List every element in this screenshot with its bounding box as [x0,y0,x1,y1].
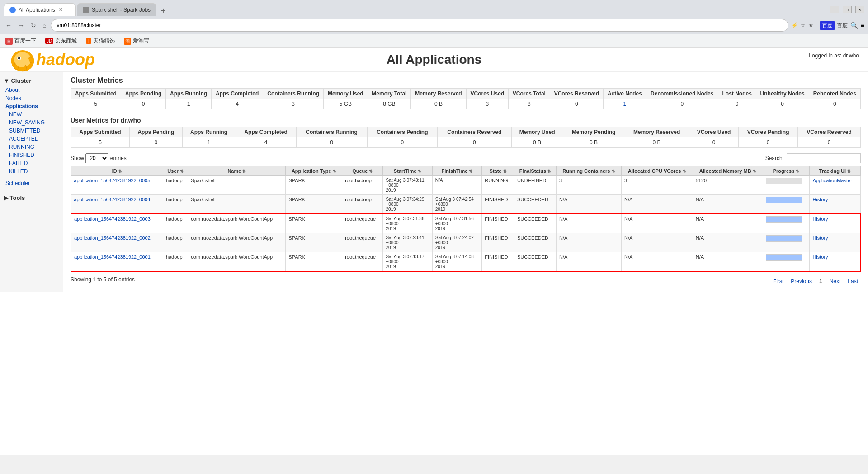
minimize-button[interactable]: — [830,6,839,13]
app-id-link[interactable]: application_1564742381922_0003 [74,216,151,222]
sidebar-link-new-saving[interactable]: NEW_SAVING [9,119,45,126]
sidebar-tools-header[interactable]: ▶ Tools [0,193,63,203]
pagination-last[interactable]: Last [845,277,861,285]
sidebar-item-accepted[interactable]: ACCEPTED [0,135,63,143]
sidebar-link-nodes[interactable]: Nodes [5,95,21,101]
cell-start-time: Sat Aug 3 07:13:17 +08002019 [383,252,432,272]
tab-all-applications[interactable]: All Applications ✕ [4,3,76,16]
progress-bar [766,254,802,261]
tab-close-1[interactable]: ✕ [59,7,63,13]
sidebar-item-running[interactable]: RUNNING [0,143,63,151]
sidebar-link-finished[interactable]: FINISHED [9,152,34,158]
show-entries-control: Show 20 50 100 entries [71,153,127,163]
cell-queue: root.hadoop [342,176,383,195]
th-progress[interactable]: Progress ⇅ [763,166,810,176]
cell-name: com.ruozedata.spark.WordCountApp [188,233,286,252]
sidebar-link-failed[interactable]: FAILED [9,160,28,166]
cm-header-memory-total: Memory Total [368,89,411,99]
th-state[interactable]: State ⇅ [482,166,514,176]
close-button[interactable]: ✕ [855,6,864,13]
th-name[interactable]: Name ⇅ [188,166,286,176]
pagination-current[interactable]: 1 [816,277,825,285]
new-tab-button[interactable]: + [157,6,170,16]
sidebar-link-about[interactable]: About [5,87,19,93]
tab-spark-jobs[interactable]: Spark shell - Spark Jobs [77,3,156,16]
um-vcores-used: 0 [689,137,738,148]
th-user[interactable]: User ⇅ [163,166,188,176]
pagination-previous[interactable]: Previous [788,277,815,285]
th-start-time[interactable]: StartTime ⇅ [383,166,432,176]
sidebar-link-killed[interactable]: KILLED [9,168,28,175]
sidebar-item-new-saving[interactable]: NEW_SAVING [0,118,63,127]
sort-progress-icon: ⇅ [796,169,799,174]
bookmark-baidu[interactable]: 百 百度一下 [4,36,38,46]
sidebar-link-submitted[interactable]: SUBMITTED [9,128,40,134]
tracking-ui-link[interactable]: History [812,235,828,241]
sidebar-item-new[interactable]: NEW [0,110,63,118]
th-queue[interactable]: Queue ⇅ [342,166,383,176]
address-input[interactable] [51,19,788,32]
th-final-status[interactable]: FinalStatus ⇅ [514,166,556,176]
active-nodes-link[interactable]: 1 [623,101,627,107]
sidebar-item-failed[interactable]: FAILED [0,159,63,167]
sidebar-cluster-header[interactable]: ▼ Cluster [0,76,63,86]
app-id-link[interactable]: application_1564742381922_0005 [74,178,151,183]
cell-allocated-mem: N/A [693,214,763,233]
cell-user: hadoop [163,252,188,272]
pagination-first[interactable]: First [770,277,786,285]
main-layout: ▼ Cluster About Nodes Applications NEW N… [0,72,868,292]
app-id-link[interactable]: application_1564742381922_0004 [74,197,151,202]
bookmark-icon-tmall: T [86,38,91,44]
sidebar-item-nodes[interactable]: Nodes [0,94,63,102]
sidebar-link-accepted[interactable]: ACCEPTED [9,136,38,142]
bookmark-jd[interactable]: JD 京东商城 [43,36,79,46]
cell-start-time: Sat Aug 3 07:34:29 +08002019 [383,195,432,214]
sidebar-item-scheduler[interactable]: Scheduler [0,179,63,187]
cm-header-vcores-used: VCores Used [466,89,508,99]
app-id-link[interactable]: application_1564742381922_0001 [74,254,151,260]
sidebar-item-about[interactable]: About [0,86,63,94]
sidebar-item-finished[interactable]: FINISHED [0,151,63,159]
th-id[interactable]: ID ⇅ [71,166,163,176]
star-icon[interactable]: ☆ [801,22,806,28]
sidebar-item-killed[interactable]: KILLED [0,167,63,175]
th-tracking-ui[interactable]: Tracking UI ⇅ [810,166,860,176]
sidebar-link-new[interactable]: NEW [9,111,22,118]
th-running-containers[interactable]: Running Containers ⇅ [556,166,621,176]
bookmark-taobao[interactable]: 淘 爱淘宝 [122,36,151,46]
th-app-type[interactable]: Application Type ⇅ [286,166,342,176]
cell-progress [763,252,810,272]
bookmark-icon-baidu: 百 [5,38,13,45]
sidebar-link-applications[interactable]: Applications [5,103,38,109]
sidebar-link-running[interactable]: RUNNING [9,144,34,150]
cm-rebooted-nodes: 0 [809,99,860,109]
cell-final-status: UNDEFINED [514,176,556,195]
cm-header-apps-running: Apps Running [166,89,212,99]
home-button[interactable]: ⌂ [41,20,48,31]
tracking-ui-link[interactable]: History [812,197,828,202]
th-allocated-mem[interactable]: Allocated Memory MB ⇅ [693,166,763,176]
sidebar-item-submitted[interactable]: SUBMITTED [0,127,63,135]
bookmark-tmall[interactable]: T 天猫精选 [84,36,117,46]
svg-point-1 [14,52,31,67]
sidebar-link-scheduler[interactable]: Scheduler [5,180,30,186]
um-header-memory-pending: Memory Pending [563,127,624,137]
search-button[interactable]: 🔍 [850,22,858,29]
um-apps-running: 1 [182,137,236,148]
th-finish-time[interactable]: FinishTime ⇅ [432,166,481,176]
tracking-ui-link[interactable]: History [812,216,828,222]
pagination-next[interactable]: Next [827,277,844,285]
tracking-ui-link[interactable]: ApplicationMaster [812,178,852,183]
refresh-button[interactable]: ↻ [29,20,38,31]
forward-button[interactable]: → [16,20,26,31]
app-id-link[interactable]: application_1564742381922_0002 [74,235,151,241]
tracking-ui-link[interactable]: History [812,254,828,260]
menu-button[interactable]: ≡ [861,22,864,29]
cell-finish-time: Sat Aug 3 07:31:56 +08002019 [432,214,481,233]
show-entries-select[interactable]: 20 50 100 [85,153,108,163]
restore-button[interactable]: □ [843,6,852,13]
th-allocated-cpu[interactable]: Allocated CPU VCores ⇅ [621,166,693,176]
back-button[interactable]: ← [4,20,14,31]
search-input[interactable] [787,153,861,163]
sidebar-item-applications[interactable]: Applications [0,102,63,110]
